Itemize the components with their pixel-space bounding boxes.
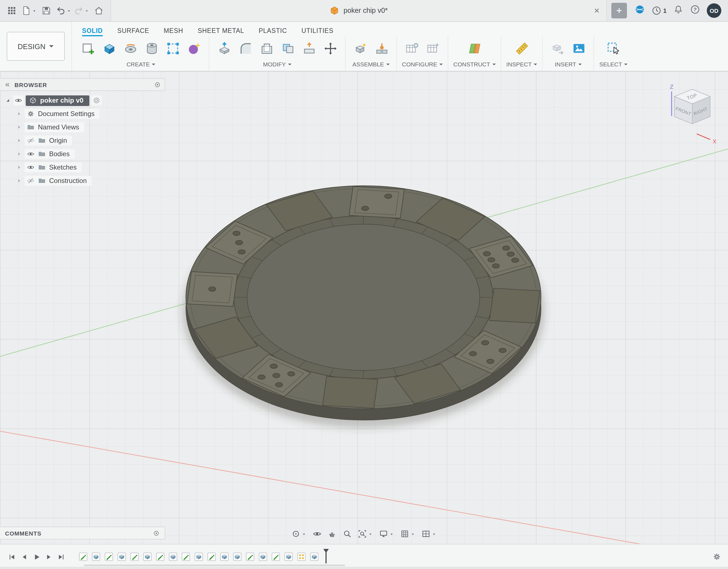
timeline-feature-extrude-5[interactable] [142,552,152,562]
tab-mesh[interactable]: MESH [164,27,183,36]
recent-activity-button[interactable]: 1 [652,6,667,16]
expand-arrow-icon[interactable] [16,164,22,171]
expand-arrow-icon[interactable] [16,177,22,184]
construct-dropdown[interactable]: CONSTRUCT [453,60,496,70]
browser-item-origin[interactable]: Origin [0,135,165,147]
browser-header[interactable]: BROWSER [0,78,165,91]
notifications-button[interactable] [673,4,683,17]
viewport-canvas[interactable]: BROWSER poker chip v0 D [0,71,728,544]
timeline-rail[interactable] [84,565,345,566]
visibility-eye-icon[interactable] [15,97,22,104]
combine-button[interactable] [278,37,298,60]
move-copy-button[interactable] [320,37,340,60]
timeline-feature-sketch-10[interactable] [207,552,217,562]
timeline-scroll-strip[interactable] [0,567,728,569]
timeline-feature-extrude-9[interactable] [194,552,204,562]
timeline-settings-button[interactable] [712,552,721,561]
nav-zoom-button[interactable] [341,528,354,540]
expand-arrow-icon[interactable] [16,137,22,144]
visibility-eye-icon[interactable] [27,164,35,171]
redo-button[interactable] [74,2,89,19]
select-tool-button[interactable] [604,37,623,60]
nav-pan-button[interactable] [325,528,339,540]
measure-button[interactable] [512,37,531,60]
timeline-step-back-button[interactable] [18,550,30,563]
visibility-eye-off-icon[interactable] [27,137,35,145]
timeline-feature-sketch-0[interactable] [78,552,88,562]
timeline-go-to-start-button[interactable] [6,550,18,563]
timeline-go-to-end-button[interactable] [55,550,67,563]
view-cube[interactable]: Z X TOP FRONT RIGHT [664,83,720,148]
expand-arrow-icon[interactable] [4,97,11,104]
timeline-feature-pattern-17[interactable] [296,552,306,562]
timeline-feature-extrude-16[interactable] [284,552,294,562]
help-button[interactable]: ? [690,4,700,17]
insert-dropdown[interactable]: INSERT [555,60,582,70]
undo-button[interactable] [56,2,71,19]
file-menu-button[interactable] [21,2,37,19]
inspect-dropdown[interactable]: INSPECT [506,60,537,70]
browser-item-document-settings[interactable]: Document Settings [0,108,165,120]
visibility-eye-icon[interactable] [27,150,35,158]
new-component-button[interactable] [351,37,370,60]
expand-arrow-icon[interactable] [16,111,22,117]
tab-plastic[interactable]: PLASTIC [259,27,287,36]
user-avatar[interactable]: OD [707,3,721,18]
browser-item-bodies[interactable]: Bodies [0,148,165,160]
new-tab-button[interactable] [611,3,627,18]
timeline-feature-sketch-15[interactable] [271,552,281,562]
timeline-feature-extrude-14[interactable] [258,552,268,562]
timeline-play-button[interactable] [30,550,42,563]
timeline-position-marker[interactable] [323,549,329,565]
expand-arrow-icon[interactable] [16,124,22,131]
browser-item-sketches[interactable]: Sketches [0,161,165,174]
extrude-button[interactable] [99,37,119,60]
browser-root-component[interactable]: poker chip v0 [0,94,165,107]
offset-face-button[interactable] [299,37,319,60]
insert-canvas-button[interactable] [569,37,589,60]
assemble-dropdown[interactable]: ASSEMBLE [352,60,389,70]
fillet-button[interactable] [236,37,255,60]
document-tab[interactable]: poker chip v0* [111,0,607,21]
nav-viewports-button[interactable] [419,528,439,540]
comments-bar[interactable]: COMMENTS [0,527,165,539]
nav-display-settings-button[interactable] [377,528,396,540]
create-sketch-button[interactable] [78,37,98,60]
hole-button[interactable] [142,37,161,60]
collapse-panel-icon[interactable] [4,81,11,88]
construct-plane-button[interactable] [465,37,484,60]
tab-surface[interactable]: SURFACE [117,27,149,36]
home-tab-button[interactable] [92,2,106,19]
visibility-eye-off-icon[interactable] [27,177,35,185]
timeline-feature-extrude-3[interactable] [117,552,127,562]
timeline-feature-extrude-18[interactable] [309,552,319,562]
create-dropdown[interactable]: CREATE [126,60,155,70]
browser-item-named-views[interactable]: Named Views [0,121,165,133]
joint-button[interactable] [372,37,391,60]
expand-arrow-icon[interactable] [16,151,22,157]
panel-options-icon[interactable] [154,81,161,88]
activate-component-radio-icon[interactable] [93,97,101,104]
timeline-feature-extrude-7[interactable] [168,552,178,562]
job-status-button[interactable] [635,4,645,17]
timeline-feature-extrude-1[interactable] [91,552,101,562]
nav-orbit-button[interactable] [289,528,309,540]
modify-dropdown[interactable]: MODIFY [263,60,291,70]
configure-dropdown[interactable]: CONFIGURE [402,60,443,70]
nav-look-at-button[interactable] [310,528,324,540]
rectangular-pattern-button[interactable] [163,37,183,60]
timeline-feature-sketch-13[interactable] [245,552,255,562]
insert-configuration-button[interactable] [423,37,443,60]
timeline-feature-sketch-6[interactable] [155,552,165,562]
timeline-feature-extrude-11[interactable] [219,552,229,562]
timeline-feature-extrude-12[interactable] [232,552,242,562]
workspace-selector-button[interactable]: DESIGN [7,32,65,61]
tab-utilities[interactable]: UTILITIES [301,27,334,36]
tab-solid[interactable]: SOLID [82,27,103,36]
tab-sheet-metal[interactable]: SHEET METAL [198,27,244,36]
nav-grid-display-button[interactable] [398,528,418,540]
revolve-button[interactable] [121,37,140,60]
insert-derive-button[interactable] [548,37,567,60]
timeline-feature-sketch-8[interactable] [181,552,191,562]
save-button[interactable] [39,2,54,19]
